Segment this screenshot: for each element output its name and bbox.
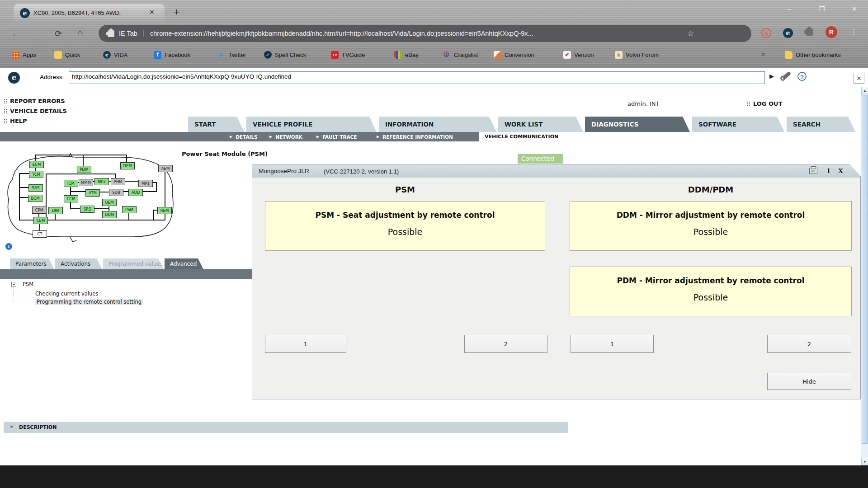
module-aud[interactable]: AUD xyxy=(128,189,143,196)
module-mmm[interactable]: MMM xyxy=(79,179,93,186)
tab-search[interactable]: SEARCH xyxy=(787,117,855,132)
bookmark-apps[interactable]: Apps xyxy=(12,51,36,59)
tab-close-icon[interactable]: ✕ xyxy=(149,9,155,16)
subtab-network[interactable]: ▶NETWORK xyxy=(269,132,302,141)
tree-root[interactable]: PSM xyxy=(23,281,33,287)
bookmark-conversion[interactable]: Conversion xyxy=(494,51,534,59)
tab-start[interactable]: START xyxy=(188,117,244,132)
vertical-scrollbar[interactable]: ▲ ▼ xyxy=(861,87,868,465)
module-ccm[interactable]: CCM xyxy=(64,195,78,202)
dialog-titlebar[interactable]: MongoosePro JLR (VCC-227120-2, version 1… xyxy=(252,165,860,178)
module-ddm[interactable]: DDM xyxy=(102,211,117,218)
info-icon[interactable]: i xyxy=(5,243,12,250)
address-input[interactable]: http://localhost/Vida/Login.do;jsessioni… xyxy=(69,71,765,84)
module-phm[interactable]: PHM xyxy=(111,178,125,185)
tree-collapse-icon[interactable] xyxy=(11,282,16,287)
module-srs[interactable]: SRS xyxy=(80,206,94,213)
module-psm[interactable]: PSM xyxy=(122,206,137,213)
psm-button-1[interactable]: 1 xyxy=(265,335,346,353)
dialog-close-icon[interactable]: X xyxy=(838,167,843,175)
bookmark-spellcheck[interactable]: ✔ Spell Check xyxy=(264,51,306,59)
go-icon[interactable]: ▶ xyxy=(769,73,774,80)
help-link[interactable]: HELP xyxy=(4,117,27,124)
window-minimize-button[interactable]: – xyxy=(780,2,798,16)
ietab-extension-icon[interactable]: e xyxy=(783,28,793,38)
browser-tab[interactable]: e XC90, 2005, B6294T, 4T65 AWD, ✕ xyxy=(14,4,165,23)
subtab-vehicle-communication[interactable]: VEHICLE COMMUNICATION xyxy=(485,134,558,140)
dialog-info-icon[interactable]: I xyxy=(827,167,830,175)
module-tcm[interactable]: TCM xyxy=(29,171,43,178)
bookmark-star-icon[interactable]: ☆ xyxy=(687,29,694,38)
home-icon[interactable]: ⌂ xyxy=(73,26,87,40)
tab-parameters[interactable]: Parameters xyxy=(10,258,54,269)
module-cpm[interactable]: CPM xyxy=(32,206,47,214)
subtab-details[interactable]: ▶DETAILS xyxy=(230,132,258,141)
extensions-puzzle-icon[interactable] xyxy=(806,28,813,36)
tab-advanced[interactable]: Advanced xyxy=(165,258,203,269)
bookmark-quick[interactable]: Quick xyxy=(54,51,80,59)
module-dem[interactable]: DEM xyxy=(120,162,135,169)
module-sas[interactable]: SAS xyxy=(28,184,43,192)
bookmark-volvoforum[interactable]: ♞ Volvo Forum xyxy=(615,51,659,59)
tree-item-checking-values[interactable]: Checking current values xyxy=(35,291,98,297)
omnibox[interactable]: IE Tab | chrome-extension://hehijbfgiekm… xyxy=(99,25,751,42)
new-tab-button[interactable]: + xyxy=(174,6,179,18)
module-cem[interactable]: CEM xyxy=(33,217,48,224)
reload-icon[interactable]: ⟳ xyxy=(52,27,65,41)
bookmark-ebay[interactable]: eBay xyxy=(394,51,419,59)
module-aem[interactable]: AEM xyxy=(158,165,173,172)
tab-diagnostics[interactable]: DIAGNOSTICS xyxy=(585,117,690,132)
module-ecm[interactable]: ECM xyxy=(29,161,44,168)
tab-software[interactable]: SOFTWARE xyxy=(692,117,784,132)
ddm-pdm-button-2[interactable]: 2 xyxy=(767,335,851,353)
module-uem[interactable]: UEM xyxy=(102,199,117,206)
tab-work-list[interactable]: WORK LIST xyxy=(498,117,583,132)
bookmark-craigslist[interactable]: ☮ Craigslist xyxy=(443,51,478,59)
module-mp2[interactable]: MP2 xyxy=(94,178,109,185)
ietab-close-icon[interactable]: ✕ xyxy=(854,73,864,84)
bookmark-verizon[interactable]: ✔ Verizon xyxy=(563,51,594,59)
url-text[interactable]: chrome-extension://hehijbfgiekmjfkfjpbkb… xyxy=(150,30,684,37)
scrollbar-up-icon[interactable]: ▲ xyxy=(861,87,868,94)
tree-item-programming-remote[interactable]: Programming the remote control setting xyxy=(35,299,143,305)
module-icm[interactable]: ICM xyxy=(64,180,78,187)
psm-button-2[interactable]: 2 xyxy=(464,335,547,353)
tab-information[interactable]: INFORMATION xyxy=(379,117,496,132)
wrench-icon[interactable] xyxy=(782,71,791,80)
tab-vehicle-profile[interactable]: VEHICLE PROFILE xyxy=(246,117,377,132)
logout-link[interactable]: LOG OUT xyxy=(747,100,783,107)
module-dim[interactable]: DIM xyxy=(48,207,63,214)
subtab-reference-information[interactable]: ▶REFERENCE INFORMATION xyxy=(377,132,453,141)
module-rem[interactable]: REM xyxy=(157,207,172,214)
help-icon[interactable]: ? xyxy=(797,72,807,81)
vehicle-details-link[interactable]: VEHICLE DETAILS xyxy=(4,108,67,114)
module-ct[interactable]: CT xyxy=(33,230,47,238)
module-bcm[interactable]: BCM xyxy=(28,195,42,202)
module-atm[interactable]: ATM xyxy=(85,189,100,197)
other-bookmarks[interactable]: Other bookmarks xyxy=(785,51,841,59)
bookmark-facebook[interactable]: f Facebook xyxy=(154,51,190,59)
forward-icon[interactable]: → xyxy=(30,27,43,41)
scrollbar-down-icon[interactable]: ▼ xyxy=(861,458,868,465)
bookmark-tvguide[interactable]: TV TVGuide xyxy=(331,51,365,59)
module-mp1[interactable]: MP1 xyxy=(138,180,153,187)
report-errors-link[interactable]: REPORT ERRORS xyxy=(4,98,65,104)
subtab-fault-trace[interactable]: ▶FAULT TRACE xyxy=(316,132,357,141)
hide-button[interactable]: Hide xyxy=(767,373,851,390)
window-close-button[interactable]: ✕ xyxy=(845,2,863,16)
bookmark-vida[interactable]: e VIDA xyxy=(103,51,127,59)
module-pdm[interactable]: PDM xyxy=(77,166,91,173)
blocked-extension-icon[interactable]: S xyxy=(761,28,771,38)
print-icon[interactable] xyxy=(809,168,817,174)
tab-activations[interactable]: Activations xyxy=(55,258,102,269)
bookmark-twitter[interactable]: ➤ Twitter xyxy=(218,51,246,59)
back-icon[interactable]: ← xyxy=(9,27,23,41)
bookmarks-overflow-chevron[interactable]: » xyxy=(761,50,765,57)
description-section-bar[interactable]: » DESCRIPTION xyxy=(4,422,568,433)
profile-avatar[interactable]: R xyxy=(826,26,837,38)
chrome-menu-icon[interactable]: ⋮ xyxy=(850,27,858,37)
scrollbar-thumb[interactable] xyxy=(862,95,868,444)
window-maximize-button[interactable]: ❒ xyxy=(813,2,831,16)
module-sub[interactable]: SUB xyxy=(109,189,123,196)
ddm-pdm-button-1[interactable]: 1 xyxy=(571,335,654,353)
